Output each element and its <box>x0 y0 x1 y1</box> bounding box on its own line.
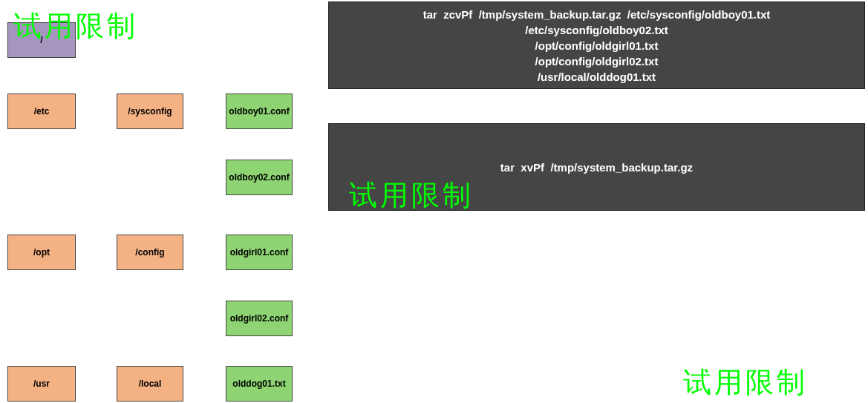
codebox-create-line3: /opt/config/oldgirl01.txt <box>535 38 659 53</box>
codebox-create-line1: tar zcvPf /tmp/system_backup.tar.gz /etc… <box>423 7 771 22</box>
node-oldgirl02: oldgirl02.conf <box>226 301 293 336</box>
node-oldboy02: oldboy02.conf <box>226 160 293 195</box>
node-oldboy02-label: oldboy02.conf <box>229 172 289 183</box>
node-config: /config <box>117 235 183 270</box>
node-usr-label: /usr <box>33 379 50 389</box>
node-local-label: /local <box>139 379 162 389</box>
node-oldgirl02-label: oldgirl02.conf <box>230 313 289 324</box>
codebox-extract: tar xvPf /tmp/system_backup.tar.gz <box>328 123 865 211</box>
node-olddog01: olddog01.txt <box>226 366 293 402</box>
codebox-create-line5: /usr/local/olddog01.txt <box>538 69 656 85</box>
watermark-3: 试用限制 <box>683 364 808 402</box>
node-usr: /usr <box>7 366 76 402</box>
node-config-label: /config <box>135 247 164 258</box>
node-root: / <box>7 22 76 58</box>
node-local: /local <box>117 366 183 402</box>
node-root-label: / <box>40 35 42 45</box>
node-oldgirl01-label: oldgirl01.conf <box>230 247 289 258</box>
node-etc-label: /etc <box>34 106 50 117</box>
node-oldboy01-label: oldboy01.conf <box>229 106 289 117</box>
codebox-create-line4: /opt/config/oldgirl02.txt <box>535 53 659 69</box>
codebox-create: tar zcvPf /tmp/system_backup.tar.gz /etc… <box>328 1 865 89</box>
node-opt-label: /opt <box>33 247 50 258</box>
node-sysconfig: /sysconfig <box>117 94 183 129</box>
node-opt: /opt <box>7 235 76 270</box>
node-olddog01-label: olddog01.txt <box>232 379 285 389</box>
codebox-extract-line1: tar xvPf /tmp/system_backup.tar.gz <box>500 160 693 175</box>
node-oldboy01: oldboy01.conf <box>226 94 293 129</box>
node-oldgirl01: oldgirl01.conf <box>226 235 293 270</box>
codebox-create-line2: /etc/sysconfig/oldboy02.txt <box>525 22 668 38</box>
node-etc: /etc <box>7 94 76 129</box>
node-sysconfig-label: /sysconfig <box>128 106 172 117</box>
